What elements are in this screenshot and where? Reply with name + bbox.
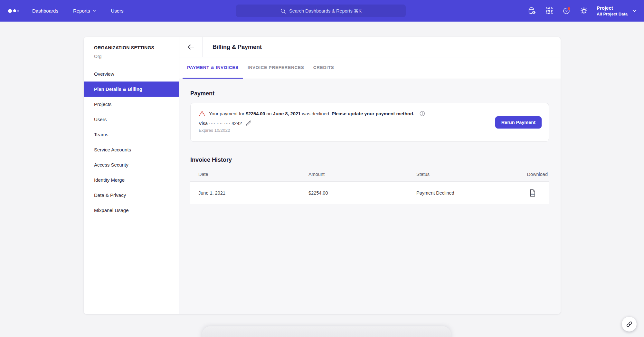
- nav-item-users[interactable]: Users: [111, 8, 123, 14]
- warning-text-segment: on: [265, 111, 273, 116]
- help-glyph: ?: [565, 9, 567, 13]
- project-switcher[interactable]: Project All Project Data: [597, 5, 637, 16]
- data-management-icon[interactable]: [528, 7, 536, 15]
- sidebar-item-overview[interactable]: Overview: [84, 66, 179, 82]
- declined-date: June 8, 2021: [273, 111, 301, 116]
- global-search-input[interactable]: Search Dashboards & Reports ⌘K: [236, 5, 406, 17]
- nav-item-dashboards[interactable]: Dashboards: [32, 8, 58, 14]
- invoice-history-heading: Invoice History: [190, 157, 549, 163]
- project-value: All Project Data: [597, 12, 628, 16]
- tab-invoice-preferences[interactable]: INVOICE PREFERENCES: [243, 57, 309, 79]
- help-icon[interactable]: ?: [563, 7, 571, 15]
- rerun-payment-button[interactable]: Rerun Payment: [495, 116, 542, 129]
- chevron-down-icon: [92, 10, 96, 12]
- nav-item-reports[interactable]: Reports: [73, 8, 96, 14]
- card-expiry: Expires 10/2022: [199, 128, 541, 133]
- invoice-status-cell: Payment Declined: [416, 190, 526, 196]
- nav-right-cluster: ? Project All Project Data: [519, 0, 637, 22]
- sidebar-item-label: Identity Merge: [94, 177, 125, 183]
- logo-dot: [8, 9, 12, 13]
- sidebar-item-data-privacy[interactable]: Data & Privacy: [84, 188, 179, 203]
- info-icon[interactable]: [420, 111, 425, 116]
- invoice-table: Date Amount Status Download June 1, 2021…: [190, 167, 549, 204]
- sidebar-items: Overview Plan Details & Billing Projects…: [84, 66, 179, 218]
- sidebar-heading: ORGANIZATION SETTINGS: [94, 45, 179, 50]
- nav-item-label: Users: [111, 8, 123, 14]
- logo-dot: [13, 9, 16, 12]
- org-name: Org: [94, 54, 179, 59]
- settings-gear-icon[interactable]: [580, 7, 588, 15]
- sidebar-item-label: Plan Details & Billing: [94, 86, 142, 92]
- payment-card: Your payment for $2254.00 on June 8, 202…: [190, 103, 549, 142]
- search-placeholder: Search Dashboards & Reports ⌘K: [289, 8, 362, 14]
- nav-links: Dashboards Reports Users: [32, 8, 124, 14]
- billing-main-pane: Billing & Payment PAYMENT & INVOICES INV…: [179, 37, 561, 314]
- nav-item-label: Reports: [73, 8, 90, 14]
- warning-action-text: Please update your payment method.: [332, 111, 414, 116]
- sidebar-item-label: Overview: [94, 71, 114, 77]
- card-summary: Visa ···· ···· ···· 4242: [199, 121, 242, 126]
- page-header: Billing & Payment: [179, 37, 561, 57]
- warning-triangle-icon: [199, 111, 205, 117]
- column-header-date: Date: [190, 172, 308, 177]
- payment-section-heading: Payment: [190, 90, 549, 97]
- sidebar-item-label: Users: [94, 117, 107, 122]
- column-header-status: Status: [416, 172, 526, 177]
- warning-text: Your payment for $2254.00 on June 8, 202…: [209, 111, 414, 116]
- sidebar-item-label: Service Accounts: [94, 147, 131, 152]
- tab-label: PAYMENT & INVOICES: [187, 65, 239, 70]
- sidebar-item-plan-details-billing[interactable]: Plan Details & Billing: [84, 82, 179, 97]
- back-button[interactable]: [179, 37, 203, 57]
- chevron-down-icon: [632, 10, 637, 12]
- tab-label: INVOICE PREFERENCES: [248, 65, 304, 70]
- pdf-label: PDF: [531, 194, 535, 196]
- page-title: Billing & Payment: [203, 37, 262, 57]
- column-header-download: Download: [526, 172, 549, 177]
- notification-badge: [567, 7, 570, 10]
- project-label: Project: [597, 5, 628, 11]
- pdf-download-icon[interactable]: PDF: [529, 189, 536, 197]
- sidebar-item-users[interactable]: Users: [84, 112, 179, 127]
- sidebar-item-access-security[interactable]: Access Security: [84, 157, 179, 172]
- share-link-button[interactable]: [622, 317, 637, 332]
- sidebar-item-label: Projects: [94, 101, 111, 107]
- sidebar-item-identity-merge[interactable]: Identity Merge: [84, 172, 179, 188]
- bottom-peek-panel: [202, 326, 451, 337]
- project-text: Project All Project Data: [597, 5, 628, 16]
- invoice-date-cell: June 1, 2021: [190, 190, 308, 196]
- mixpanel-logo[interactable]: [8, 9, 19, 13]
- sidebar-item-label: Data & Privacy: [94, 192, 126, 198]
- settings-card: ORGANIZATION SETTINGS Org Overview Plan …: [84, 37, 561, 314]
- warning-text-segment: Your payment for: [209, 111, 246, 116]
- invoice-table-header: Date Amount Status Download: [190, 167, 549, 181]
- tab-payment-invoices[interactable]: PAYMENT & INVOICES: [183, 57, 243, 79]
- declined-amount: $2254.00: [246, 111, 265, 116]
- sidebar-item-label: Mixpanel Usage: [94, 207, 129, 213]
- tab-content: Payment Your payment for $2254.00 on Jun…: [179, 79, 561, 314]
- tab-label: CREDITS: [313, 65, 334, 70]
- sidebar-item-label: Teams: [94, 132, 108, 137]
- sidebar-item-mixpanel-usage[interactable]: Mixpanel Usage: [84, 203, 179, 218]
- apps-grid-icon[interactable]: [545, 7, 554, 15]
- billing-tabs: PAYMENT & INVOICES INVOICE PREFERENCES C…: [179, 57, 561, 79]
- search-icon: [280, 8, 286, 14]
- sidebar-item-teams[interactable]: Teams: [84, 127, 179, 142]
- logo-dot: [17, 10, 19, 12]
- back-arrow-icon: [187, 44, 194, 50]
- column-header-amount: Amount: [308, 172, 416, 177]
- payment-method-row: Visa ···· ···· ···· 4242: [199, 120, 541, 126]
- invoice-download-cell: PDF: [526, 189, 549, 197]
- table-row: June 1, 2021 $2254.00 Payment Declined P…: [190, 181, 549, 204]
- payment-declined-warning: Your payment for $2254.00 on June 8, 202…: [199, 111, 541, 117]
- edit-pencil-icon[interactable]: [245, 120, 251, 126]
- sidebar-item-projects[interactable]: Projects: [84, 97, 179, 112]
- warning-text-segment: was declined.: [301, 111, 332, 116]
- top-navbar: Dashboards Reports Users Search Dashboar…: [0, 0, 644, 22]
- sidebar-item-service-accounts[interactable]: Service Accounts: [84, 142, 179, 157]
- link-icon: [626, 321, 633, 328]
- nav-item-label: Dashboards: [32, 8, 58, 14]
- invoice-amount-cell: $2254.00: [308, 190, 416, 196]
- tab-credits[interactable]: CREDITS: [309, 57, 339, 79]
- org-settings-sidebar: ORGANIZATION SETTINGS Org Overview Plan …: [84, 37, 179, 314]
- sidebar-item-label: Access Security: [94, 162, 128, 168]
